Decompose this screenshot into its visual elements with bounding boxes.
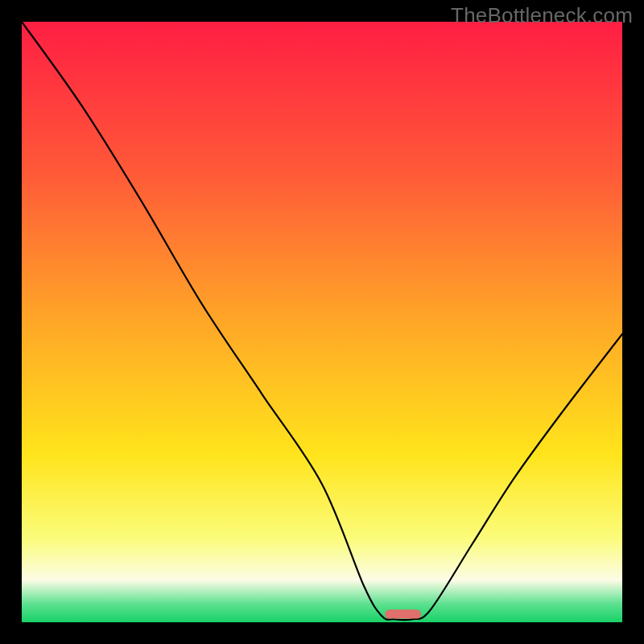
- optimal-marker: [385, 609, 421, 618]
- watermark-text: TheBottleneck.com: [451, 3, 633, 28]
- gradient-background: [22, 22, 622, 622]
- bottleneck-plot: [22, 22, 622, 622]
- chart-frame: TheBottleneck.com: [0, 0, 644, 644]
